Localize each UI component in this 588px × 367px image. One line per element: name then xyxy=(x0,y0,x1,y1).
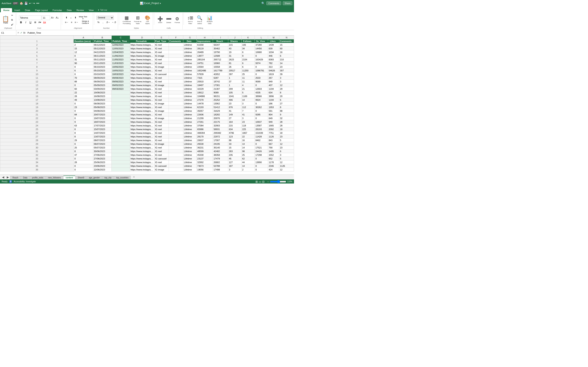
cell-E1[interactable]: Post_Type▾ xyxy=(154,39,169,43)
cell-D2[interactable]: https://www.instagram.com/reel/CtZIO-uAe… xyxy=(130,43,154,47)
col-header-E[interactable]: E xyxy=(154,36,169,39)
cell-N35[interactable]: 1126 xyxy=(279,164,294,168)
cell-G8[interactable]: Lifetime xyxy=(183,65,197,69)
tab-draw[interactable]: Draw xyxy=(22,8,33,12)
cell-B25[interactable]: 15/07/2023 xyxy=(93,127,112,131)
cell-F34[interactable] xyxy=(169,160,183,164)
cell-E16[interactable]: IG reel xyxy=(154,94,169,98)
insert-cells-button[interactable]: ➕ Insert xyxy=(156,16,164,24)
cell-E8[interactable]: IG image xyxy=(154,65,169,69)
cell-E5[interactable]: IG image xyxy=(154,54,169,58)
cell-B35[interactable]: 23/06/2023 xyxy=(93,164,112,168)
cell-G20[interactable]: Lifetime xyxy=(183,109,197,113)
cell-F9[interactable] xyxy=(169,69,183,72)
cell-C28[interactable] xyxy=(112,138,130,142)
cell-A1[interactable]: Duration (secs)▾ xyxy=(74,39,93,43)
cell-H28[interactable]: 20637 xyxy=(197,138,213,142)
cell-H34[interactable]: 32992 xyxy=(197,160,213,164)
row-num-32[interactable]: 32 xyxy=(0,153,74,157)
cell-B7[interactable]: 03/11/2023 xyxy=(93,61,112,65)
tab-data[interactable]: Data xyxy=(64,8,74,12)
cell-M15[interactable]: 634 xyxy=(268,91,279,94)
row-num-12[interactable]: 12 xyxy=(0,80,74,83)
cell-B16[interactable]: 16/08/2023 xyxy=(93,94,112,98)
cell-E18[interactable]: IG image xyxy=(154,102,169,105)
find-select-button[interactable]: 🔍 Find & Select xyxy=(195,15,204,25)
cell-F21[interactable] xyxy=(169,113,183,117)
cell-I7[interactable]: 16960 xyxy=(213,61,228,65)
cell-D15[interactable]: https://www.instagram.com/reel/CwH3jDtRZ… xyxy=(130,91,154,94)
cell-G7[interactable]: Lifetime xyxy=(183,61,197,65)
cell-C12[interactable]: 09/06/2023 xyxy=(112,80,130,83)
cell-J6[interactable]: 2623 xyxy=(228,58,242,61)
sheet-tab-top-city[interactable]: top_city xyxy=(102,176,114,179)
cell-N16[interactable]: 20 xyxy=(279,94,294,98)
cell-E22[interactable]: IG image xyxy=(154,117,169,120)
cell-I32[interactable]: 38358 xyxy=(213,153,228,157)
cell-M32[interactable]: 1552 xyxy=(268,153,279,157)
cell-M1[interactable]: Likes▾ xyxy=(268,39,279,43)
cell-L15[interactable]: 4335 xyxy=(255,91,268,94)
cell-H7[interactable]: 24751 xyxy=(197,61,213,65)
cell-K34[interactable]: 44 xyxy=(242,160,255,164)
row-num-33[interactable]: 33 xyxy=(0,157,74,160)
cell-L30[interactable]: 17521 xyxy=(255,146,268,150)
cell-I16[interactable]: 98151 xyxy=(213,94,228,98)
cell-C11[interactable]: 09/08/2023 xyxy=(112,76,130,80)
cell-H9[interactable]: 1652486 xyxy=(197,69,213,72)
cell-K4[interactable]: 6 xyxy=(242,50,255,54)
row-num-7[interactable]: 7 xyxy=(0,61,74,65)
col-header-M[interactable]: M xyxy=(268,36,279,39)
cell-L36[interactable]: 0 xyxy=(255,168,268,171)
format-as-table-button[interactable]: ⊞ Format asTable xyxy=(133,15,143,25)
cell-K24[interactable]: 118 xyxy=(242,124,255,127)
cell-F35[interactable] xyxy=(169,164,183,168)
cell-M8[interactable]: 313 xyxy=(268,65,279,69)
sheet-tab-data[interactable]: Data xyxy=(21,176,30,179)
cell-E2[interactable]: IG reel xyxy=(154,43,169,47)
cancel-formula-icon[interactable]: ✕ xyxy=(17,31,19,34)
cell-H30[interactable]: 36231 xyxy=(197,146,213,150)
percent-button[interactable]: % xyxy=(96,20,100,24)
cell-A8[interactable]: 0 xyxy=(74,65,93,69)
cell-K19[interactable]: 112 xyxy=(242,105,255,109)
cell-E35[interactable]: IG carousel xyxy=(154,164,169,168)
cell-A17[interactable]: 49 xyxy=(74,98,93,102)
cell-E6[interactable]: IG reel xyxy=(154,58,169,61)
cell-M9[interactable]: 54626 xyxy=(268,69,279,72)
cell-I9[interactable]: 1617789 xyxy=(213,69,228,72)
cell-K10[interactable]: 25 xyxy=(242,72,255,76)
row-num-25[interactable]: 25 xyxy=(0,127,74,131)
cell-K25[interactable]: 225 xyxy=(242,127,255,131)
underline-button[interactable]: U xyxy=(28,20,33,25)
row-num-34[interactable]: 34 xyxy=(0,160,74,164)
cell-L33[interactable]: 0 xyxy=(255,157,268,160)
cell-I8[interactable]: 15558 xyxy=(213,65,228,69)
cell-N31[interactable]: 6 xyxy=(279,150,294,153)
cell-A7[interactable]: 90 xyxy=(74,61,93,65)
cell-L27[interactable]: 11428 xyxy=(255,135,268,138)
cell-D31[interactable]: https://www.instagram.com/reel/CuHu3wTLQ… xyxy=(130,150,154,153)
cell-G11[interactable]: Lifetime xyxy=(183,76,197,80)
cell-B1[interactable]: Publish_Time▾ xyxy=(93,39,112,43)
sheet-tab-top-countries[interactable]: top_countries xyxy=(114,176,131,179)
cell-D29[interactable]: https://www.instagram.com/p/CtMawquvPcI/ xyxy=(130,142,154,146)
col-header-G[interactable]: G xyxy=(183,36,197,39)
cell-C36[interactable] xyxy=(112,168,130,171)
cell-B27[interactable]: 13/07/2023 xyxy=(93,135,112,138)
cell-G34[interactable]: Lifetime xyxy=(183,160,197,164)
save-icon[interactable]: 💾 xyxy=(24,2,28,5)
row-num-31[interactable]: 31 xyxy=(0,150,74,153)
cell-G33[interactable]: Lifetime xyxy=(183,157,197,160)
paste-button[interactable]: 📋 Paste xyxy=(2,16,9,24)
cell-I11[interactable]: 6287 xyxy=(213,76,228,80)
cell-C7[interactable]: 11/03/2023 xyxy=(112,61,130,65)
cell-C17[interactable] xyxy=(112,98,130,102)
cell-E36[interactable]: IG image xyxy=(154,168,169,171)
cell-H14[interactable]: 32229 xyxy=(197,87,213,91)
cell-F4[interactable] xyxy=(169,50,183,54)
cell-M19[interactable]: 1953 xyxy=(268,105,279,109)
cell-I24[interactable]: 32903 xyxy=(213,124,228,127)
cell-F32[interactable] xyxy=(169,153,183,157)
cell-J36[interactable]: 3 xyxy=(228,168,242,171)
